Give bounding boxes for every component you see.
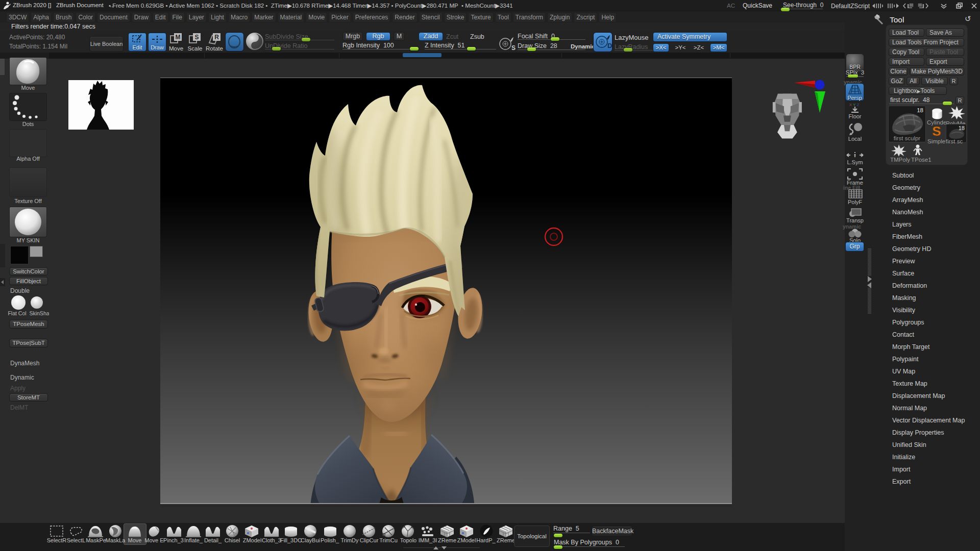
svg-text:M: M: [176, 34, 181, 41]
svg-text:S: S: [194, 34, 199, 41]
svg-text:D: D: [607, 42, 612, 49]
svg-text:S: S: [511, 44, 516, 52]
svg-text:R: R: [214, 34, 219, 41]
svg-text:S: S: [932, 125, 941, 138]
